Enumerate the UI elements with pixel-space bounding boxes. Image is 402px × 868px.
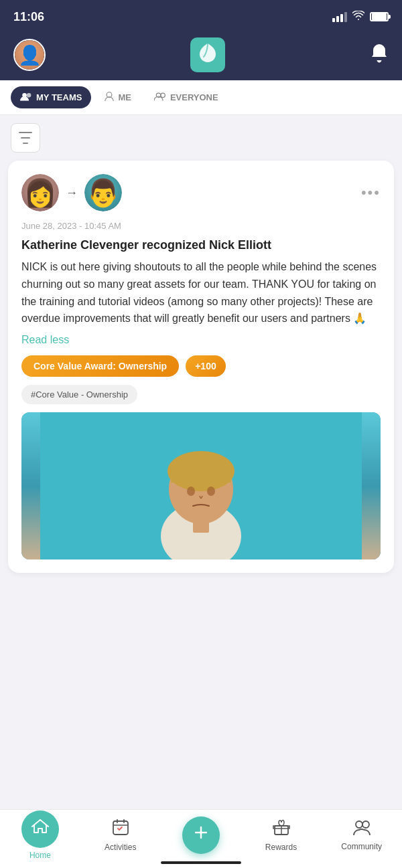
home-icon — [31, 818, 49, 839]
bottom-nav: Home Activities — [0, 809, 402, 868]
post-title: Katherine Clevenger recognized Nick Elli… — [21, 238, 381, 253]
svg-point-1 — [27, 93, 31, 98]
svg-point-9 — [187, 487, 195, 496]
nav-add[interactable] — [181, 816, 221, 854]
notification-bell-icon[interactable] — [370, 43, 389, 68]
receiver-avatar[interactable] — [84, 174, 122, 211]
me-icon — [105, 92, 114, 103]
tab-my-teams[interactable]: MY TEAMS — [11, 86, 91, 108]
tab-bar: MY TEAMS ME EVERYONE — [0, 80, 402, 115]
tab-everyone-label: EVERYONE — [170, 92, 218, 102]
post-gif-image[interactable] — [21, 412, 381, 559]
post-date: June 28, 2023 - 10:45 AM — [21, 221, 381, 231]
badges-row: Core Value Award: Ownership +100 — [21, 355, 381, 377]
svg-point-15 — [362, 821, 369, 828]
nav-activities[interactable]: Activities — [100, 818, 141, 852]
status-icons — [332, 11, 389, 23]
svg-rect-11 — [193, 519, 209, 533]
post-avatars: → — [21, 174, 122, 211]
home-indicator — [161, 861, 241, 864]
my-teams-icon — [20, 92, 32, 103]
nav-community[interactable]: Community — [341, 819, 382, 851]
filter-button[interactable] — [11, 123, 40, 153]
post-card: → ••• June 28, 2023 - 10:45 AM Katherine… — [8, 161, 394, 573]
tab-me[interactable]: ME — [95, 86, 141, 108]
wifi-icon — [352, 11, 364, 23]
nav-rewards[interactable]: Rewards — [261, 818, 302, 852]
svg-point-10 — [207, 487, 215, 496]
nav-rewards-label: Rewards — [265, 843, 297, 852]
nav-activities-label: Activities — [105, 843, 136, 852]
svg-point-4 — [161, 93, 165, 98]
nav-home-label: Home — [29, 851, 51, 860]
post-body: NICK is out here giving shoutouts to all… — [21, 258, 381, 327]
read-less-button[interactable]: Read less — [21, 334, 381, 346]
hashtag-pill[interactable]: #Core Value - Ownership — [21, 385, 137, 404]
hashtag-row: #Core Value - Ownership — [21, 385, 381, 404]
status-bar: 11:06 — [0, 0, 402, 33]
rewards-icon — [273, 818, 290, 840]
filter-area — [0, 115, 402, 161]
post-header: → ••• — [21, 174, 381, 211]
top-nav — [0, 33, 402, 80]
user-avatar[interactable] — [13, 39, 46, 71]
award-badge[interactable]: Core Value Award: Ownership — [21, 355, 179, 377]
activities-icon — [112, 818, 129, 840]
add-icon — [192, 823, 210, 847]
recognition-arrow-icon: → — [66, 186, 78, 200]
signal-icon — [332, 11, 347, 22]
points-badge: +100 — [186, 355, 226, 377]
tab-me-label: ME — [118, 92, 131, 102]
community-icon — [352, 819, 371, 839]
status-time: 11:06 — [13, 10, 44, 24]
more-options-button[interactable]: ••• — [361, 184, 381, 201]
tab-my-teams-label: MY TEAMS — [36, 92, 82, 102]
sender-avatar[interactable] — [21, 174, 59, 211]
nav-community-label: Community — [341, 842, 382, 851]
svg-point-14 — [356, 821, 362, 828]
everyone-icon — [154, 92, 166, 103]
tab-everyone[interactable]: EVERYONE — [145, 86, 228, 108]
app-logo[interactable] — [190, 37, 225, 72]
nav-home[interactable]: Home — [20, 810, 60, 860]
leaf-icon — [198, 42, 217, 68]
battery-icon — [370, 12, 389, 21]
